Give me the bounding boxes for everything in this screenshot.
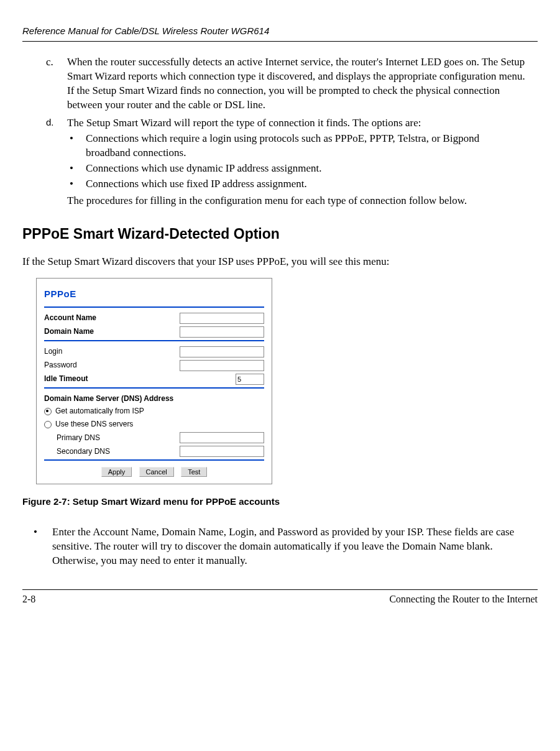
input-login[interactable] <box>180 346 264 357</box>
bullet-text: Connections which require a login using … <box>86 132 526 160</box>
input-password[interactable] <box>180 360 264 371</box>
dns-option-manual[interactable]: Use these DNS servers <box>44 419 264 430</box>
list-body-d: The Setup Smart Wizard will report the t… <box>67 116 538 208</box>
final-bullet: • Enter the Account Name, Domain Name, L… <box>22 525 538 568</box>
label-domain-name: Domain Name <box>44 326 180 337</box>
bullet-text: Connections which use fixed IP address a… <box>86 177 526 191</box>
bullet-icon: • <box>22 525 52 568</box>
row-password: Password <box>44 360 264 371</box>
final-bullet-text: Enter the Account Name, Domain Name, Log… <box>52 525 538 568</box>
dns-heading: Domain Name Server (DNS) Address <box>44 394 264 404</box>
pppoe-figure: PPPoE Account Name Domain Name Login Pas… <box>36 278 272 484</box>
divider <box>44 459 264 461</box>
row-account-name: Account Name <box>44 313 264 324</box>
footer-title: Connecting the Router to the Internet <box>35 592 538 606</box>
row-idle-timeout: Idle Timeout <box>44 374 264 385</box>
divider <box>44 306 264 308</box>
bullet-row: • Connections which use dynamic IP addre… <box>67 162 526 176</box>
label-idle-timeout: Idle Timeout <box>44 374 236 384</box>
figure-caption: Figure 2-7: Setup Smart Wizard menu for … <box>22 495 538 508</box>
intro-paragraph: If the Setup Smart Wizard discovers that… <box>22 255 538 269</box>
input-account-name[interactable] <box>180 313 264 324</box>
input-idle-timeout[interactable] <box>236 374 264 385</box>
list-body-c: When the router successfully detects an … <box>67 55 538 113</box>
dns-opt-label: Use these DNS servers <box>55 419 133 430</box>
bullet-icon: • <box>67 132 86 160</box>
list-item-c: c. When the router successfully detects … <box>22 55 538 113</box>
label-password: Password <box>44 360 180 371</box>
radio-icon[interactable] <box>44 408 52 415</box>
row-domain-name: Domain Name <box>44 326 264 338</box>
cancel-button[interactable]: Cancel <box>139 467 174 477</box>
bullet-text: Connections which use dynamic IP address… <box>86 162 526 176</box>
input-secondary-dns[interactable] <box>180 446 264 457</box>
input-primary-dns[interactable] <box>180 432 264 443</box>
page-number: 2-8 <box>22 592 35 606</box>
list-item-d: d. The Setup Smart Wizard will report th… <box>22 116 538 208</box>
row-primary-dns: Primary DNS <box>44 432 264 443</box>
page-footer: 2-8 Connecting the Router to the Interne… <box>22 589 538 606</box>
label-login: Login <box>44 346 180 357</box>
label-account-name: Account Name <box>44 313 180 323</box>
list-marker-d: d. <box>22 116 67 208</box>
bullet-icon: • <box>67 162 86 176</box>
row-login: Login <box>44 346 264 357</box>
d-intro: The Setup Smart Wizard will report the t… <box>67 116 526 131</box>
bullet-row: • Connections which require a login usin… <box>67 132 526 160</box>
test-button[interactable]: Test <box>181 467 207 477</box>
list-marker-c: c. <box>22 55 67 113</box>
radio-icon[interactable] <box>44 421 52 428</box>
divider <box>44 387 264 389</box>
divider <box>44 340 264 341</box>
bullet-row: • Connections which use fixed IP address… <box>67 177 526 191</box>
pppoe-title: PPPoE <box>44 287 264 300</box>
label-primary-dns: Primary DNS <box>57 433 180 443</box>
bullet-icon: • <box>67 177 86 191</box>
dns-option-auto[interactable]: Get automatically from ISP <box>44 406 264 417</box>
button-bar: Apply Cancel Test <box>44 467 264 477</box>
apply-button[interactable]: Apply <box>101 467 132 477</box>
row-secondary-dns: Secondary DNS <box>44 446 264 457</box>
dns-opt-label: Get automatically from ISP <box>55 406 144 417</box>
label-secondary-dns: Secondary DNS <box>57 446 180 457</box>
d-outro: The procedures for filling in the config… <box>67 194 526 208</box>
section-heading: PPPoE Smart Wizard-Detected Option <box>22 224 538 244</box>
input-domain-name[interactable] <box>180 326 264 338</box>
document-title: Reference Manual for Cable/DSL Wireless … <box>22 25 538 42</box>
